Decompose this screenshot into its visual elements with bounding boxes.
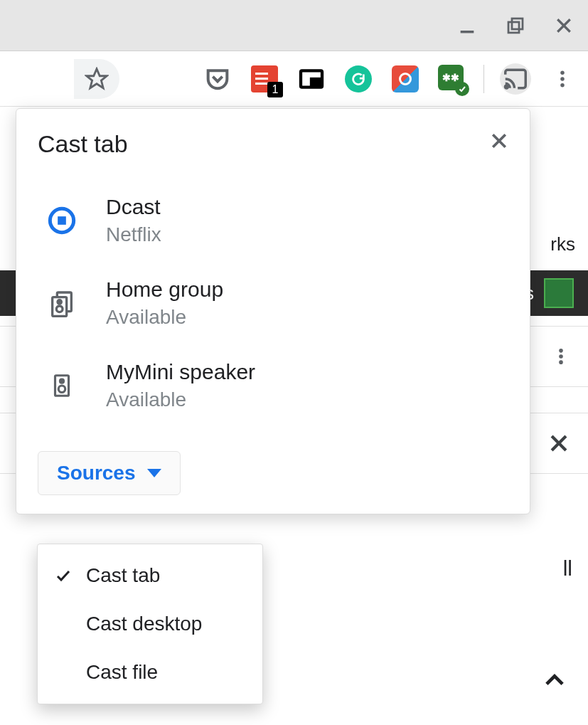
window-maximize-button[interactable]	[504, 14, 527, 37]
extension-grammarly-icon[interactable]	[343, 63, 374, 95]
speaker-group-icon	[46, 287, 77, 319]
caret-down-icon	[147, 469, 161, 477]
menu-item-label: Cast file	[86, 661, 158, 684]
svg-point-27	[58, 386, 65, 393]
badge: 1	[267, 82, 283, 97]
device-status: Available	[106, 306, 223, 329]
omnibox-tail[interactable]	[74, 59, 119, 99]
svg-point-23	[58, 300, 61, 304]
cast-popup-title: Cast tab	[38, 130, 128, 158]
bookmarks-fragment: rks	[550, 233, 575, 255]
browser-toolbar: 1 ✱✱	[0, 51, 588, 107]
svg-rect-20	[58, 216, 66, 225]
window-close-button[interactable]	[552, 14, 575, 37]
svg-point-12	[559, 349, 563, 353]
svg-point-13	[559, 354, 563, 359]
svg-point-14	[559, 360, 563, 364]
cast-device-home-group[interactable]: Home group Available	[16, 262, 530, 344]
sources-menu-item-cast-desktop[interactable]: Cast desktop	[38, 600, 262, 648]
cast-device-mymini-speaker[interactable]: MyMini speaker Available	[16, 344, 530, 427]
avatar[interactable]	[544, 278, 574, 308]
cast-sources-button[interactable]: Sources	[38, 451, 181, 495]
extension-pass-icon[interactable]: ✱✱	[437, 63, 468, 95]
window-titlebar	[0, 0, 588, 51]
device-status: Netflix	[106, 223, 161, 246]
svg-rect-7	[311, 79, 320, 85]
text-fragment: ll	[563, 556, 572, 581]
svg-point-8	[505, 85, 508, 88]
speaker-icon	[46, 370, 77, 401]
svg-marker-5	[87, 68, 107, 88]
toolbar-divider	[483, 65, 484, 93]
extension-pocket-icon[interactable]	[202, 63, 233, 95]
menu-item-label: Cast tab	[86, 564, 160, 587]
cast-popup: Cast tab Dcast Netflix	[16, 108, 530, 514]
window-minimize-button[interactable]	[456, 14, 479, 37]
close-icon[interactable]	[547, 431, 571, 455]
device-name: Home group	[106, 277, 223, 302]
device-status: Available	[106, 388, 255, 411]
browser-menu-button[interactable]	[547, 63, 578, 95]
menu-item-label: Cast desktop	[86, 613, 202, 635]
svg-rect-1	[508, 22, 519, 33]
svg-point-10	[560, 77, 565, 81]
extension-camera-icon[interactable]	[390, 63, 421, 95]
sources-label: Sources	[57, 462, 136, 485]
extension-todoist-icon[interactable]: 1	[249, 63, 280, 95]
check-icon	[53, 567, 73, 584]
cast-popup-close-button[interactable]	[488, 130, 510, 152]
more-vert-icon[interactable]	[551, 346, 571, 366]
sources-menu-item-cast-file[interactable]: Cast file	[38, 648, 262, 697]
stop-casting-icon	[46, 205, 77, 236]
sources-menu-item-cast-tab[interactable]: Cast tab	[38, 551, 262, 600]
svg-point-26	[60, 379, 63, 383]
svg-point-11	[560, 83, 565, 88]
cast-device-dcast[interactable]: Dcast Netflix	[16, 179, 530, 262]
chevron-up-icon[interactable]	[541, 666, 568, 693]
device-name: Dcast	[106, 195, 161, 219]
cast-button[interactable]	[500, 63, 531, 95]
svg-rect-2	[512, 18, 523, 29]
svg-rect-0	[461, 31, 474, 33]
cast-device-list: Dcast Netflix Home group Available	[16, 165, 530, 434]
svg-point-9	[560, 70, 565, 75]
device-name: MyMini speaker	[106, 360, 255, 384]
cast-sources-menu: Cast tab Cast desktop Cast file	[37, 544, 263, 704]
extension-pip-icon[interactable]	[296, 63, 327, 95]
